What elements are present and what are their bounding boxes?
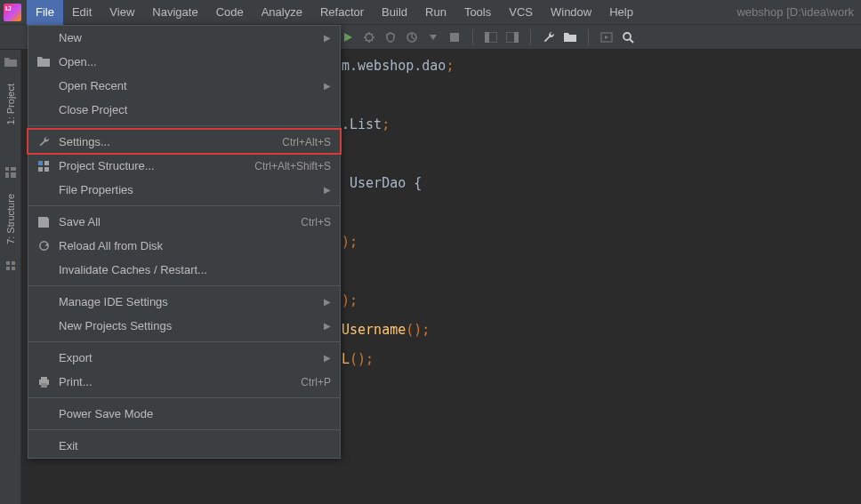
- code-line: [342, 198, 861, 228]
- svg-rect-11: [5, 172, 9, 178]
- menu-item-new-projects-settings[interactable]: New Projects Settings▶: [28, 314, 340, 338]
- search-icon[interactable]: [621, 30, 635, 44]
- menu-separator: [28, 341, 340, 342]
- wrench-icon[interactable]: [542, 30, 556, 44]
- menu-item-new[interactable]: New▶: [28, 26, 340, 50]
- svg-rect-9: [5, 167, 9, 171]
- menu-item-project-structure[interactable]: Project Structure...Ctrl+Alt+Shift+S: [28, 154, 340, 178]
- menu-item-label: Settings...: [59, 135, 282, 148]
- svg-rect-23: [41, 383, 47, 388]
- submenu-arrow-icon: ▶: [324, 185, 331, 195]
- menu-item-open-recent[interactable]: Open Recent▶: [28, 74, 340, 98]
- svg-rect-10: [11, 167, 16, 171]
- reload-icon: [36, 239, 52, 253]
- submenu-arrow-icon: ▶: [324, 81, 331, 91]
- menu-item-reload-all-from-disk[interactable]: Reload All from Disk: [28, 234, 340, 258]
- svg-rect-2: [450, 33, 459, 42]
- structure-icon[interactable]: [0, 160, 21, 185]
- stop-icon[interactable]: [447, 30, 462, 44]
- more-tool-icon[interactable]: [0, 253, 21, 278]
- menu-item-label: Invalidate Caches / Restart...: [59, 263, 331, 276]
- blank-icon: [36, 295, 52, 309]
- menu-item-save-all[interactable]: Save AllCtrl+S: [28, 210, 340, 234]
- deploy-icon[interactable]: [599, 30, 614, 44]
- project-tool-button[interactable]: 1: Project: [5, 78, 16, 130]
- blank-icon: [36, 79, 52, 93]
- submenu-arrow-icon: ▶: [324, 353, 331, 363]
- menu-analyze[interactable]: Analyze: [253, 0, 311, 25]
- menu-edit[interactable]: Edit: [63, 0, 101, 25]
- menu-tools[interactable]: Tools: [455, 0, 500, 25]
- menu-item-file-properties[interactable]: File Properties▶: [28, 178, 340, 202]
- menu-item-export[interactable]: Export▶: [28, 346, 340, 370]
- svg-rect-14: [12, 261, 15, 265]
- menu-help[interactable]: Help: [600, 0, 642, 25]
- submenu-arrow-icon: ▶: [324, 321, 331, 331]
- wrench-icon: [36, 135, 52, 149]
- menu-window[interactable]: Window: [542, 0, 600, 25]
- blank-icon: [36, 103, 52, 117]
- save-icon: [36, 215, 52, 229]
- menu-item-power-save-mode[interactable]: Power Save Mode: [28, 402, 340, 426]
- code-line: UserDao {: [342, 169, 861, 198]
- coverage-icon[interactable]: [383, 30, 398, 44]
- menu-code[interactable]: Code: [207, 0, 253, 25]
- menu-refactor[interactable]: Refactor: [311, 0, 373, 25]
- menu-item-label: Project Structure...: [59, 159, 254, 172]
- menu-separator: [28, 397, 340, 398]
- code-line: );: [342, 228, 861, 257]
- menu-item-label: Close Project: [59, 103, 331, 116]
- menu-view[interactable]: View: [101, 0, 143, 25]
- menu-item-shortcut: Ctrl+Alt+S: [282, 136, 331, 148]
- menu-item-label: Manage IDE Settings: [59, 295, 317, 308]
- submenu-arrow-icon: ▶: [324, 297, 331, 307]
- svg-rect-4: [485, 32, 489, 43]
- menu-run[interactable]: Run: [416, 0, 455, 25]
- app-icon: [4, 4, 21, 21]
- layout2-icon[interactable]: [505, 30, 519, 44]
- structure-tool-button[interactable]: 7: Structure: [5, 188, 16, 250]
- code-line: L();: [342, 345, 861, 374]
- profile-icon[interactable]: [405, 30, 419, 44]
- code-line: );: [342, 286, 861, 316]
- layout1-icon[interactable]: [484, 30, 498, 44]
- blank-icon: [36, 183, 52, 197]
- menu-separator: [28, 285, 340, 286]
- menu-vcs[interactable]: VCS: [500, 0, 542, 25]
- menu-separator: [28, 205, 340, 206]
- blank-icon: [36, 407, 52, 421]
- folder-icon[interactable]: [0, 50, 21, 75]
- menu-item-label: File Properties: [59, 183, 317, 196]
- run-icon[interactable]: [341, 30, 355, 44]
- blank-icon: [36, 319, 52, 333]
- menu-item-label: New Projects Settings: [59, 319, 317, 332]
- menu-item-invalidate-caches-restart[interactable]: Invalidate Caches / Restart...: [28, 258, 340, 282]
- blank-icon: [36, 263, 52, 277]
- menu-item-manage-ide-settings[interactable]: Manage IDE Settings▶: [28, 290, 340, 314]
- menu-build[interactable]: Build: [373, 0, 416, 25]
- menu-item-close-project[interactable]: Close Project: [28, 98, 340, 122]
- code-line: .List;: [342, 110, 861, 140]
- structure-icon: [36, 159, 52, 173]
- blank-icon: [36, 439, 52, 453]
- menu-item-shortcut: Ctrl+Alt+Shift+S: [254, 160, 331, 172]
- submenu-arrow-icon: ▶: [324, 33, 331, 43]
- blank-icon: [36, 31, 52, 45]
- menu-item-print[interactable]: Print...Ctrl+P: [28, 370, 340, 394]
- menubar: FileEditViewNavigateCodeAnalyzeRefactorB…: [0, 0, 861, 25]
- toolbar-separator: [530, 29, 531, 45]
- menu-item-label: Open...: [59, 55, 331, 68]
- debug-icon[interactable]: [362, 30, 376, 44]
- code-line: m.webshop.dao;: [342, 52, 861, 81]
- code-line: Username();: [342, 316, 861, 345]
- menu-item-label: Reload All from Disk: [59, 239, 331, 252]
- more-icon[interactable]: [426, 30, 440, 44]
- menu-item-exit[interactable]: Exit: [28, 434, 340, 458]
- blank-icon: [36, 351, 52, 365]
- menu-navigate[interactable]: Navigate: [143, 0, 206, 25]
- folder-icon[interactable]: [563, 30, 577, 44]
- left-gutter: 1: Project 7: Structure: [0, 50, 21, 504]
- menu-item-settings[interactable]: Settings...Ctrl+Alt+S: [28, 130, 340, 154]
- menu-file[interactable]: File: [27, 0, 63, 25]
- menu-item-open[interactable]: Open...: [28, 50, 340, 74]
